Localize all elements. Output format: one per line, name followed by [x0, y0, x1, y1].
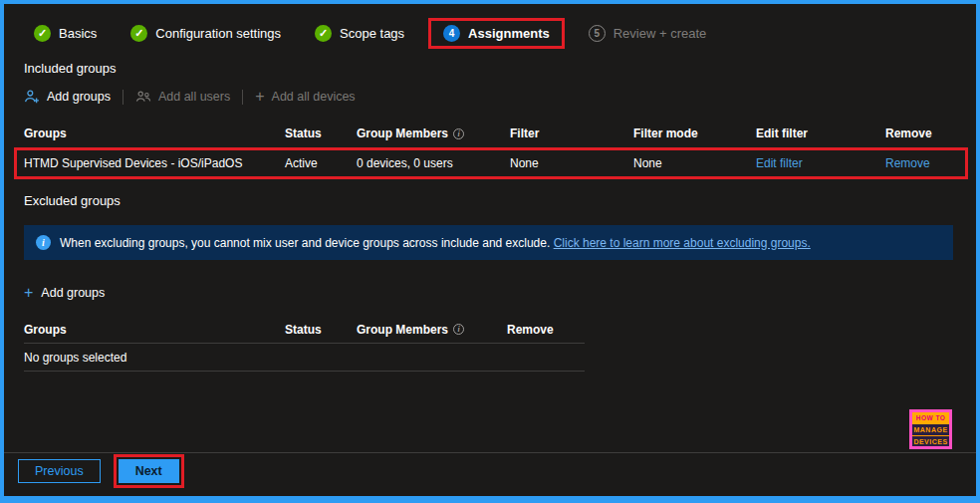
htmd-logo-top-text: HOW TO: [912, 412, 949, 424]
check-icon: [315, 25, 332, 42]
remove-link[interactable]: Remove: [885, 156, 930, 170]
next-button[interactable]: Next: [119, 459, 179, 483]
htmd-logo-line2: MANAGE: [912, 424, 949, 435]
plus-icon: +: [24, 286, 33, 300]
wizard-tabbar: Basics Configuration settings Scope tags…: [24, 18, 956, 49]
person-add-icon: [24, 89, 40, 105]
add-groups-label: Add groups: [47, 90, 111, 104]
column-groups: Groups: [24, 323, 285, 337]
tab-label: Review + create: [613, 26, 707, 41]
group-name: HTMD Supervised Devices - iOS/iPadOS: [24, 156, 285, 170]
tab-configuration-settings[interactable]: Configuration settings: [121, 19, 291, 48]
group-status: Active: [285, 156, 357, 170]
column-status: Status: [285, 126, 357, 140]
column-groups: Groups: [24, 126, 285, 140]
column-status: Status: [285, 323, 357, 337]
excluded-table: Groups Status Group Members Remove No gr…: [24, 316, 585, 372]
annotation-highlight-next: Next: [114, 454, 184, 488]
excluded-add-groups-button[interactable]: + Add groups: [24, 286, 956, 300]
wizard-window: Basics Configuration settings Scope tags…: [0, 0, 980, 503]
info-banner: When excluding groups, you cannot mix us…: [24, 225, 953, 260]
add-all-devices-button[interactable]: + Add all devices: [255, 90, 355, 104]
tab-assignments[interactable]: 4 Assignments: [428, 18, 565, 49]
annotation-highlight-row: HTMD Supervised Devices - iOS/iPadOS Act…: [14, 147, 968, 179]
included-table-header: Groups Status Group Members Filter Filte…: [24, 122, 956, 145]
tab-label: Assignments: [468, 26, 550, 41]
included-groups-heading: Included groups: [24, 61, 956, 76]
toolbar-divider: [122, 90, 123, 105]
previous-button[interactable]: Previous: [18, 459, 101, 483]
column-group-members: Group Members: [357, 126, 510, 140]
column-edit-filter: Edit filter: [756, 126, 885, 140]
excluding-groups-learn-more-link[interactable]: Click here to learn more about excluding…: [554, 236, 811, 250]
htmd-logo-line3: DEVICES: [912, 435, 949, 447]
column-remove: Remove: [885, 126, 956, 140]
add-all-devices-label: Add all devices: [272, 90, 356, 104]
add-all-users-button[interactable]: Add all users: [135, 89, 230, 105]
plus-icon: +: [255, 90, 264, 104]
add-all-users-label: Add all users: [158, 90, 230, 104]
tab-review-create[interactable]: 5 Review + create: [579, 19, 717, 48]
toolbar-divider: [242, 90, 243, 105]
people-icon: [135, 89, 151, 105]
add-groups-label: Add groups: [41, 286, 105, 300]
tab-basics[interactable]: Basics: [24, 19, 107, 48]
column-filter: Filter: [510, 126, 633, 140]
check-icon: [130, 25, 147, 42]
column-filter-mode: Filter mode: [633, 126, 756, 140]
tab-label: Scope tags: [340, 26, 404, 41]
excluded-table-header: Groups Status Group Members Remove: [24, 316, 585, 344]
included-groups-toolbar: Add groups Add all users + Add all devic…: [24, 89, 956, 105]
tab-scope-tags[interactable]: Scope tags: [305, 19, 414, 48]
tab-label: Configuration settings: [155, 26, 281, 41]
table-row: HTMD Supervised Devices - iOS/iPadOS Act…: [24, 150, 956, 176]
check-icon: [34, 25, 51, 42]
group-members: 0 devices, 0 users: [357, 156, 510, 170]
footer-divider: [4, 452, 976, 453]
step-number-icon: 5: [589, 25, 606, 42]
footer: Previous Next: [18, 454, 184, 488]
info-icon: [36, 235, 51, 250]
htmd-logo: HOW TO MANAGE DEVICES: [909, 409, 952, 449]
column-remove: Remove: [507, 323, 585, 337]
tab-label: Basics: [59, 26, 97, 41]
info-icon: [453, 128, 464, 139]
column-group-members: Group Members: [357, 323, 507, 337]
add-groups-button[interactable]: Add groups: [24, 89, 111, 105]
edit-filter-link[interactable]: Edit filter: [756, 156, 803, 170]
step-number-icon: 4: [443, 25, 460, 42]
group-filter: None: [510, 156, 633, 170]
no-groups-selected-text: No groups selected: [24, 344, 585, 372]
info-icon: [453, 324, 464, 335]
excluded-groups-heading: Excluded groups: [24, 193, 956, 208]
group-filter-mode: None: [633, 156, 756, 170]
banner-text: When excluding groups, you cannot mix us…: [60, 236, 811, 250]
